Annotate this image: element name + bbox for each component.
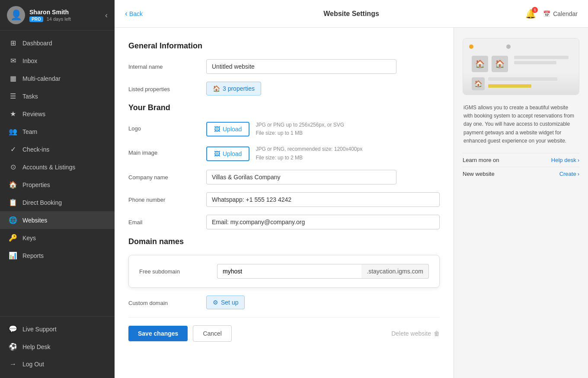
new-website-label: New website — [463, 171, 495, 177]
dot-orange — [469, 44, 473, 49]
right-panel: 🏠 🏠 🏠 — [454, 28, 588, 378]
email-row: Email — [128, 215, 440, 229]
phone-label: Phone number — [128, 192, 198, 203]
sidebar-item-label: Help Desk — [22, 343, 51, 350]
logo-label: Logo — [128, 121, 198, 132]
sidebar-item-team[interactable]: 👥 Team — [0, 123, 115, 140]
calendar-label: Calendar — [553, 10, 578, 17]
sidebar-item-reports[interactable]: 📊 Reports — [0, 247, 115, 264]
sidebar-item-label: Live Support — [22, 326, 57, 333]
sidebar-item-tasks[interactable]: ☰ Tasks — [0, 87, 115, 105]
logo-upload-button[interactable]: 🖼 Upload — [206, 122, 249, 137]
dot-gray — [506, 44, 511, 49]
log-out-icon: → — [9, 360, 17, 368]
email-label: Email — [128, 215, 198, 226]
save-button[interactable]: Save changes — [128, 326, 188, 341]
sidebar-item-check-ins[interactable]: ✓ Check-ins — [0, 140, 115, 158]
internal-name-input[interactable]: Untitled website — [206, 59, 396, 74]
sidebar-item-label: Team — [22, 128, 37, 135]
free-subdomain-label: Free subdomain — [139, 264, 208, 275]
sidebar-item-label: Multi-calendar — [22, 75, 61, 82]
notification-button[interactable]: 🔔 1 — [525, 9, 536, 19]
upload-icon: 🖼 — [214, 150, 220, 157]
sidebar-item-help-desk[interactable]: ⚽ Help Desk — [0, 338, 115, 356]
phone-row: Phone number — [128, 192, 440, 207]
sidebar-item-keys[interactable]: 🔑 Keys — [0, 229, 115, 247]
delete-website-button[interactable]: Delete website 🗑 — [391, 330, 440, 337]
custom-domain-control: ⚙ Set up — [206, 295, 396, 309]
chevron-right-icon: › — [578, 171, 579, 177]
preview-card: 🏠 🏠 🏠 — [463, 38, 579, 95]
calendar-icon: 📅 — [543, 10, 550, 17]
username: Sharon Smith — [29, 9, 101, 16]
upload-icon: 🖼 — [214, 126, 220, 133]
sidebar-item-label: Accounts & Listings — [22, 164, 75, 171]
general-info-title: General Information — [128, 41, 440, 51]
sidebar-nav: ⊞ Dashboard ✉ Inbox ▦ Multi-calendar ☰ T… — [0, 31, 115, 316]
email-input[interactable] — [206, 215, 440, 229]
free-subdomain-row: Free subdomain .staycation.igms.com — [139, 264, 429, 279]
sidebar-item-multi-calendar[interactable]: ▦ Multi-calendar — [0, 70, 115, 87]
main-image-upload-button[interactable]: 🖼 Upload — [206, 146, 249, 161]
logo-row: Logo 🖼 Upload JPG or PNG up to 256x256px… — [128, 121, 440, 137]
domain-card: Free subdomain .staycation.igms.com — [128, 255, 440, 288]
sidebar-item-direct-booking[interactable]: 📋 Direct Booking — [0, 194, 115, 211]
sidebar-item-label: Reports — [22, 252, 44, 259]
listed-properties-control: 🏠 3 properties — [206, 82, 396, 95]
sidebar-item-websites[interactable]: 🌐 Websites — [0, 211, 115, 229]
sidebar-item-inbox[interactable]: ✉ Inbox — [0, 52, 115, 70]
subdomain-input[interactable] — [217, 264, 361, 279]
setup-button[interactable]: ⚙ Set up — [206, 295, 245, 309]
content-area: General Information Internal name Untitl… — [115, 28, 588, 378]
tasks-icon: ☰ — [9, 92, 17, 100]
company-name-input[interactable] — [206, 170, 396, 184]
trash-icon: 🗑 — [434, 330, 440, 337]
sidebar-item-properties[interactable]: 🏠 Properties — [0, 176, 115, 194]
main-image-row: Main image 🖼 Upload JPG or PNG, recommen… — [128, 145, 440, 162]
calendar-icon: ▦ — [9, 74, 17, 83]
sidebar-item-label: Dashboard — [22, 40, 52, 47]
subdomain-control: .staycation.igms.com — [217, 264, 429, 279]
sidebar-item-reviews[interactable]: ★ Reviews — [0, 105, 115, 123]
pro-badge: PRO — [29, 16, 43, 22]
back-arrow-icon: ‹ — [125, 9, 128, 18]
sidebar-item-dashboard[interactable]: ⊞ Dashboard — [0, 34, 115, 52]
keys-icon: 🔑 — [9, 234, 17, 242]
delete-label: Delete website — [391, 330, 431, 337]
sidebar-item-accounts-listings[interactable]: ⊙ Accounts & Listings — [0, 158, 115, 176]
days-left: 14 days left — [47, 16, 71, 22]
websites-icon: 🌐 — [9, 216, 17, 224]
properties-button[interactable]: 🏠 3 properties — [206, 82, 261, 95]
custom-domain-row: Custom domain ⚙ Set up — [128, 295, 440, 309]
team-icon: 👥 — [9, 127, 17, 136]
back-button[interactable]: ‹ Back — [125, 9, 143, 18]
sidebar-item-label: Inbox — [22, 57, 37, 64]
phone-control — [206, 192, 440, 207]
sidebar-item-label: Tasks — [22, 93, 38, 100]
gear-icon: ⚙ — [213, 299, 218, 306]
create-link[interactable]: Create › — [559, 171, 579, 177]
notification-badge: 1 — [532, 7, 538, 13]
company-name-row: Company name — [128, 170, 440, 184]
sidebar-item-live-support[interactable]: 💬 Live Support — [0, 320, 115, 338]
subdomain-input-group: .staycation.igms.com — [217, 264, 429, 279]
properties-count: 3 properties — [223, 85, 255, 92]
help-desk-icon: ⚽ — [9, 343, 17, 351]
direct-booking-icon: 📋 — [9, 198, 17, 206]
sidebar-item-log-out[interactable]: → Log Out — [0, 356, 115, 373]
info-description: iGMS allows you to create a beautiful we… — [463, 104, 579, 145]
custom-domain-label: Custom domain — [128, 295, 198, 306]
calendar-button[interactable]: 📅 Calendar — [543, 10, 578, 17]
internal-name-row: Internal name Untitled website — [128, 59, 440, 74]
mock-house-1: 🏠 — [472, 56, 488, 72]
collapse-icon[interactable]: ‹ — [105, 11, 108, 20]
logo-control: 🖼 Upload JPG or PNG up to 256x256px, or … — [206, 121, 396, 137]
cancel-button[interactable]: Cancel — [193, 325, 232, 342]
phone-input[interactable] — [206, 192, 440, 207]
sidebar-item-label: Reviews — [22, 111, 45, 118]
internal-name-label: Internal name — [128, 59, 198, 70]
user-info: Sharon Smith PRO 14 days left — [29, 9, 101, 22]
sidebar-item-label: Log Out — [22, 361, 44, 368]
topbar: ‹ Back Website Settings 🔔 1 📅 Calendar — [115, 0, 588, 28]
help-desk-link[interactable]: Help desk › — [551, 157, 579, 163]
